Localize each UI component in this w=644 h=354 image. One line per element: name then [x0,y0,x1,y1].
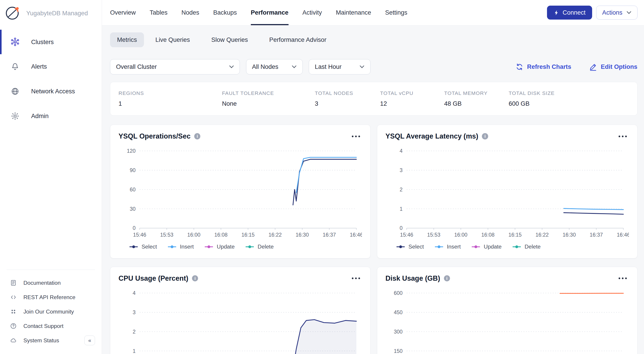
stat-value: 600 GB [508,100,637,107]
chart-title: YSQL Operations/Sec [118,132,191,140]
chart-menu-button[interactable] [616,275,629,281]
sidebar-item-label: Documentation [23,280,61,286]
sidebar-item-alerts[interactable]: Alerts [0,54,102,79]
sidebar-nav: Clusters Alerts Network Access [0,30,102,128]
edit-options-label: Edit Options [601,63,638,70]
chart-menu-button[interactable] [350,275,362,281]
ellipsis-icon [618,277,627,280]
legend-item-select[interactable]: Select [129,244,157,250]
sidebar-item-clusters[interactable]: Clusters [0,30,102,54]
document-icon [10,279,17,286]
legend-item-update[interactable]: Update [471,244,502,250]
subtab-slow-queries[interactable]: Slow Queries [202,32,258,47]
stat-value: 1 [118,100,222,107]
legend-item-insert[interactable]: Insert [168,244,194,250]
filter-row: Overall Cluster All Nodes Last Hour [110,59,637,74]
ellipsis-icon [352,135,360,138]
stat-regions: REGIONS 1 [118,90,222,107]
tab-performance[interactable]: Performance [251,0,288,25]
stat-label: TOTAL vCPU [380,90,444,96]
tab-nodes[interactable]: Nodes [182,0,199,25]
connect-button[interactable]: Connect [547,6,592,20]
stat-value: None [222,100,315,107]
tab-tables[interactable]: Tables [150,0,168,25]
chart-title: Disk Usage (GB) [386,274,440,282]
svg-text:120: 120 [127,148,136,154]
sidebar-item-contact-support[interactable]: Contact Support [0,319,102,333]
svg-text:1: 1 [400,206,402,212]
info-icon[interactable] [482,133,488,139]
legend-marker-icon [129,245,138,249]
code-icon [10,294,17,301]
svg-text:0: 0 [400,225,402,231]
chart-menu-button[interactable] [350,133,362,139]
brand[interactable]: YugabyteDB Managed [0,0,102,30]
info-icon[interactable] [194,133,200,139]
legend-item-select[interactable]: Select [396,244,424,250]
info-icon[interactable] [192,275,198,281]
actions-button[interactable]: Actions [596,6,637,20]
svg-text:4: 4 [133,290,136,296]
tab-settings[interactable]: Settings [385,0,407,25]
svg-text:15:53: 15:53 [427,232,440,238]
legend-item-delete[interactable]: Delete [245,244,274,250]
stat-label: TOTAL NODES [315,90,380,96]
svg-text:2: 2 [400,187,402,193]
legend-marker-icon [204,245,213,249]
filter-links: Refresh Charts Edit Options [516,63,637,71]
stat-total-disk: TOTAL DISK SIZE 600 GB [508,90,637,107]
info-icon[interactable] [444,275,450,281]
tab-overview[interactable]: Overview [110,0,136,25]
sidebar-item-network-access[interactable]: Network Access [0,79,102,104]
chart-card-cpu-usage: CPU Usage (Percent) 0123415:4615:5316:00… [110,267,370,354]
svg-text:16:37: 16:37 [323,232,336,238]
legend-marker-icon [512,245,521,249]
legend-marker-icon [245,245,254,249]
subtab-performance-advisor[interactable]: Performance Advisor [259,32,336,47]
legend-item-delete[interactable]: Delete [512,244,540,250]
chart-menu-button[interactable] [616,133,629,139]
chart-card-ysql-operations: YSQL Operations/Sec 030609012015:4615:53… [110,125,370,258]
sidebar-item-rest-api[interactable]: REST API Reference [0,290,102,304]
svg-text:4: 4 [400,148,402,154]
bell-icon [10,62,20,71]
subtab-live-queries[interactable]: Live Queries [146,32,200,47]
stat-fault-tolerance: FAULT TOLERANCE None [222,90,315,107]
sidebar-footer: Documentation REST API Reference Join Ou… [0,270,102,354]
yugabytedb-logo-icon [4,5,20,21]
stat-total-vcpu: TOTAL vCPU 12 [380,90,444,107]
subtab-metrics[interactable]: Metrics [110,32,144,47]
chart-legend: SelectInsertUpdateDelete [129,244,362,250]
svg-text:16:08: 16:08 [481,232,494,238]
tab-backups[interactable]: Backups [213,0,237,25]
time-range-select[interactable]: Last Hour [309,59,370,74]
actions-label: Actions [602,9,622,16]
refresh-charts-button[interactable]: Refresh Charts [516,63,571,71]
sidebar-item-system-status[interactable]: System Status « [0,333,102,348]
edit-options-button[interactable]: Edit Options [589,63,637,71]
svg-text:16:22: 16:22 [268,232,282,238]
disk-usage-chart: 015030045060015:4615:5316:0016:0816:1516… [386,286,629,354]
stat-label: TOTAL MEMORY [444,90,508,96]
svg-text:3: 3 [400,167,402,173]
svg-text:150: 150 [394,348,402,354]
sidebar-item-admin[interactable]: Admin [0,104,102,128]
nodes-select[interactable]: All Nodes [246,59,303,74]
svg-text:16:15: 16:15 [242,232,255,238]
tab-activity[interactable]: Activity [302,0,322,25]
svg-text:15:46: 15:46 [400,232,413,238]
chevron-down-icon [626,11,632,14]
sidebar-collapse-button[interactable]: « [84,335,95,345]
svg-text:16:22: 16:22 [535,232,548,238]
legend-item-update[interactable]: Update [204,244,234,250]
sidebar-item-documentation[interactable]: Documentation [0,276,102,290]
legend-item-insert[interactable]: Insert [434,244,461,250]
stat-label: REGIONS [118,90,222,96]
chevron-down-icon [360,65,364,69]
cloud-status-icon [10,337,17,344]
svg-text:16:30: 16:30 [296,232,309,238]
cluster-select[interactable]: Overall Cluster [110,59,240,74]
legend-label: Update [217,244,235,250]
tab-maintenance[interactable]: Maintenance [336,0,371,25]
sidebar-item-community[interactable]: Join Our Community [0,304,102,319]
